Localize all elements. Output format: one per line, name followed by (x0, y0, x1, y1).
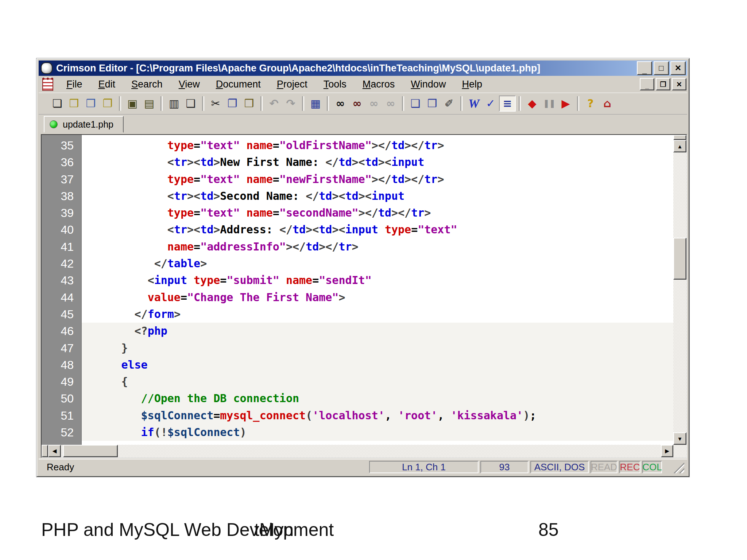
code-token: = (273, 173, 279, 186)
code-token: ) (240, 426, 247, 439)
word-wrap-icon[interactable]: W (465, 96, 482, 112)
horizontal-scroll-thumb[interactable] (63, 445, 118, 457)
code-line-46: <?php (82, 323, 673, 339)
vertical-scrollbar[interactable]: ▲ ▼ (673, 135, 686, 445)
menu-macros[interactable]: Macros (355, 77, 403, 92)
menu-file[interactable]: File (58, 77, 90, 92)
code-token: >< (187, 190, 200, 202)
copy-icon[interactable]: ❐ (224, 96, 241, 112)
code-token: ></ (372, 139, 391, 152)
close-file-icon[interactable]: ❐ (99, 96, 116, 112)
paste-icon[interactable]: ❒ (241, 96, 258, 112)
code-area[interactable]: type="text" name="oldFirstName"></td></t… (82, 135, 673, 445)
play-macro-icon[interactable]: ▶ (557, 96, 574, 112)
split-handle[interactable] (673, 135, 686, 140)
project-tools-icon[interactable]: ✐ (441, 96, 457, 112)
status-panel-ln-1-ch-1: Ln 1, Ch 1 (369, 461, 479, 473)
find-icon[interactable]: ∞ (332, 96, 349, 112)
open-file-icon[interactable]: ❒ (66, 96, 82, 112)
code-token: tr (174, 156, 187, 168)
mdi-minimize-button[interactable]: _ (640, 78, 654, 90)
menu-window[interactable]: Window (403, 77, 454, 92)
help-icon[interactable]: ? (582, 96, 599, 112)
project-files-icon[interactable]: ❒ (424, 96, 441, 112)
vertical-scroll-track[interactable] (673, 152, 686, 432)
code-token: <? (135, 324, 148, 337)
code-token: input (345, 223, 378, 236)
replace-icon[interactable]: ∞ (349, 96, 365, 112)
mdi-restore-button[interactable]: ❐ (656, 78, 670, 90)
home-icon[interactable]: ⌂ (599, 96, 616, 112)
line-number: 43 (42, 272, 81, 289)
open-remote-icon[interactable]: ❒ (82, 96, 99, 112)
find-prev-icon[interactable]: ∞ (382, 96, 399, 112)
code-token: tr (174, 190, 187, 202)
hsplit-handle[interactable] (42, 445, 48, 457)
code-token: </ (325, 156, 338, 168)
new-file-icon[interactable]: ❏ (49, 96, 66, 112)
record-macro-icon[interactable]: ◆ (524, 96, 541, 112)
scroll-up-button[interactable]: ▲ (673, 140, 686, 152)
code-token: type (167, 206, 194, 219)
line-number: 50 (42, 390, 81, 407)
toolbar-separator (260, 96, 263, 111)
menu-edit[interactable]: Edit (90, 77, 124, 92)
code-line-47: } (82, 340, 673, 357)
scroll-down-button[interactable]: ▼ (673, 432, 686, 445)
code-token: "secondName" (279, 206, 359, 219)
menu-project[interactable]: Project (269, 77, 316, 92)
code-token: type (194, 274, 220, 287)
code-token: ></ (405, 173, 424, 186)
resize-grip[interactable] (665, 460, 685, 474)
code-token: "sendIt" (319, 274, 372, 287)
menu-search[interactable]: Search (123, 77, 171, 92)
minimize-button[interactable]: _ (637, 61, 652, 75)
code-token: = (194, 173, 200, 186)
cut-icon[interactable]: ✂ (207, 96, 224, 112)
code-line-50: //Open the DB connection (82, 390, 673, 407)
project-panel-icon[interactable]: ❑ (407, 96, 424, 112)
mdi-close-button[interactable]: ✕ (672, 78, 686, 90)
code-token: 'kissakala' (451, 409, 523, 422)
horizontal-scrollbar[interactable]: ◀ ▶ (42, 445, 673, 457)
code-token: < (167, 190, 174, 202)
code-token: = (273, 139, 279, 152)
insert-table-icon[interactable]: ▦ (307, 96, 324, 112)
code-token: td (365, 156, 378, 168)
code-token: } (121, 342, 128, 354)
code-token: </ (306, 190, 319, 202)
code-token: "text" (200, 206, 240, 219)
print-preview-icon[interactable]: ❑ (182, 96, 199, 112)
line-number: 44 (42, 289, 81, 306)
save-icon[interactable]: ▣ (124, 96, 141, 112)
horizontal-scroll-track[interactable] (61, 445, 661, 457)
code-line-39: type="text" name="secondName"></td></tr> (82, 205, 673, 221)
find-next-icon[interactable]: ∞ (365, 96, 382, 112)
code-token: ></ (286, 240, 306, 253)
print-icon[interactable]: ▥ (166, 96, 182, 112)
vertical-scroll-thumb[interactable] (673, 238, 686, 280)
line-numbers-icon[interactable]: ≡ (499, 96, 516, 112)
scroll-right-button[interactable]: ▶ (661, 445, 673, 457)
toolbar-separator (302, 96, 304, 111)
code-token: td (319, 190, 332, 202)
code-editor[interactable]: 353637383940414243444546474849505152 typ… (41, 134, 687, 458)
line-number: 49 (42, 373, 81, 390)
line-number: 36 (42, 154, 81, 171)
save-all-icon[interactable]: ▤ (141, 96, 158, 112)
menu-document[interactable]: Document (208, 77, 269, 92)
title-bar[interactable]: Crimson Editor - [C:\Program Files\Apach… (39, 61, 687, 76)
menu-help[interactable]: Help (454, 77, 490, 92)
redo-icon[interactable]: ↷ (282, 96, 299, 112)
pause-macro-icon[interactable]: ❚❚ (541, 96, 557, 112)
document-icon (42, 78, 53, 91)
spell-check-icon[interactable]: ✓ (482, 96, 499, 112)
scroll-left-button[interactable]: ◀ (48, 445, 61, 457)
menu-view[interactable]: View (171, 77, 208, 92)
tab-update1-php[interactable]: update1.php (44, 116, 124, 133)
menu-tools[interactable]: Tools (316, 77, 355, 92)
code-token: = (213, 409, 220, 422)
undo-icon[interactable]: ↶ (266, 96, 282, 112)
maximize-button[interactable]: □ (654, 61, 669, 75)
close-button[interactable]: ✕ (670, 61, 686, 75)
